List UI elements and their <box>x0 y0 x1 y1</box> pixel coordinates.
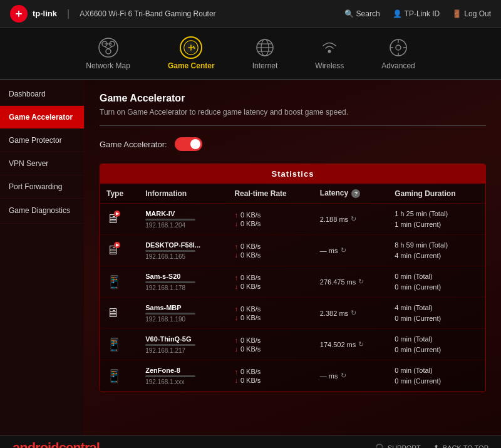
support-icon: 🎧 <box>375 444 384 448</box>
nav-network-map[interactable]: Network Map <box>67 33 149 74</box>
duration-current: 0 min (Current) <box>395 282 479 293</box>
duration-total: 0 min (Total) <box>395 271 479 282</box>
sidebar-item-vpn-server[interactable]: VPN Server <box>0 152 84 175</box>
device-type-icon: 📱 <box>106 337 122 352</box>
svg-line-6 <box>108 46 112 49</box>
nav-internet-label: Internet <box>252 61 278 70</box>
page-description: Turn on Game Accelerator to reduce game … <box>100 108 486 126</box>
ip-bar <box>145 219 195 221</box>
device-ip: 192.168.1.xxx <box>145 378 222 385</box>
cell-duration: 4 min (Total)0 min (Current) <box>388 298 485 329</box>
nav-internet[interactable]: Internet <box>234 33 297 74</box>
search-label: Search <box>356 9 380 18</box>
statistics-table: Type Information Real-time Rate Latency … <box>100 184 485 392</box>
latency-value: — ms↻ <box>320 372 382 380</box>
svg-line-5 <box>105 46 108 49</box>
refresh-icon[interactable]: ↻ <box>351 215 356 223</box>
duration-current: 1 min (Current) <box>395 219 479 230</box>
logout-label: Log Out <box>464 9 491 18</box>
cell-rate: ↑ 0 KB/s↓ 0 KB/s <box>228 360 313 392</box>
table-row: 🖥▶MARK-IV192.168.1.204↑ 0 KB/s↓ 0 KB/s2.… <box>100 204 485 235</box>
cell-rate: ↑ 0 KB/s↓ 0 KB/s <box>228 329 313 360</box>
cell-rate: ↑ 0 KB/s↓ 0 KB/s <box>228 298 313 329</box>
rate-upload: ↑ 0 KB/s <box>234 274 307 281</box>
rate-upload: ↑ 0 KB/s <box>234 305 307 313</box>
sidebar-item-game-diagnostics[interactable]: Game Diagnostics <box>0 199 84 224</box>
main-layout: Dashboard Game Accelerator Game Protecto… <box>0 80 501 435</box>
col-information: Information <box>139 184 228 204</box>
brand-text: androidcentral <box>13 440 100 449</box>
sidebar-item-game-accelerator[interactable]: Game Accelerator <box>0 106 84 129</box>
device-ip: 192.168.1.217 <box>145 347 222 354</box>
footer: androidcentral 🎧 SUPPORT ⬆ BACK TO TOP <box>0 435 501 448</box>
nav-advanced-label: Advanced <box>381 61 415 70</box>
cell-duration: 1 h 25 min (Total)1 min (Current) <box>388 204 485 235</box>
sidebar-item-dashboard[interactable]: Dashboard <box>0 83 84 106</box>
logo-divider: | <box>67 8 70 19</box>
svg-point-17 <box>328 50 331 53</box>
latency-value: — ms↻ <box>320 246 382 254</box>
rate-upload: ↑ 0 KB/s <box>234 368 307 375</box>
nav-advanced[interactable]: Advanced <box>363 33 433 74</box>
device-icon-wrap: 🖥 <box>106 306 119 320</box>
ip-bar <box>145 281 195 283</box>
router-model: AX6600 Wi-Fi 6 Tri-Band Gaming Router <box>80 9 215 18</box>
accelerator-toggle-row: Game Accelerator: <box>100 137 486 151</box>
main-nav: Network Map Game Center Internet <box>0 28 501 80</box>
cell-info: V60-ThinQ-5G192.168.1.217 <box>139 329 228 360</box>
duration-total: 4 min (Total) <box>395 303 479 313</box>
wireless-icon <box>318 36 341 59</box>
svg-point-4 <box>106 49 111 54</box>
support-button[interactable]: 🎧 SUPPORT <box>375 444 421 448</box>
cell-latency: 2.382 ms↻ <box>314 298 388 329</box>
cell-latency: 174.502 ms↻ <box>314 329 388 360</box>
ip-bar <box>145 375 195 377</box>
svg-point-19 <box>396 45 401 50</box>
nav-wireless[interactable]: Wireless <box>296 33 363 74</box>
cell-type: 🖥▶ <box>100 204 139 235</box>
refresh-icon[interactable]: ↻ <box>351 309 356 317</box>
refresh-icon[interactable]: ↻ <box>341 246 346 254</box>
tplink-logo-icon <box>10 5 28 23</box>
accelerator-toggle[interactable] <box>175 137 202 151</box>
device-icon-wrap: 📱 <box>106 368 122 383</box>
device-ip: 192.168.1.178 <box>145 284 222 291</box>
search-icon: 🔍 <box>344 9 354 18</box>
accelerator-label: Game Accelerator: <box>100 140 167 149</box>
device-ip: 192.168.1.190 <box>145 316 222 323</box>
cell-type: 🖥 <box>100 298 139 329</box>
gaming-badge: ▶ <box>114 211 120 217</box>
cell-type: 🖥▶ <box>100 235 139 266</box>
search-button[interactable]: 🔍 Search <box>344 9 380 18</box>
sidebar-item-game-protector[interactable]: Game Protector <box>0 129 84 152</box>
duration-current: 0 min (Current) <box>395 345 479 355</box>
device-type-icon: 📱 <box>106 274 122 289</box>
table-header-row: Type Information Real-time Rate Latency … <box>100 184 485 204</box>
logout-button[interactable]: 🚪 Log Out <box>452 9 491 18</box>
device-name: Sams-MBP <box>145 304 222 311</box>
latency-value: 2.382 ms↻ <box>320 309 382 317</box>
content-area: Game Accelerator Turn on Game Accelerato… <box>85 80 501 435</box>
device-ip: 192.168.1.165 <box>145 253 222 260</box>
tplink-id-label: TP-Link ID <box>405 9 440 18</box>
latency-help-icon[interactable]: ? <box>351 189 360 198</box>
rate-upload: ↑ 0 KB/s <box>234 242 307 250</box>
ip-bar <box>145 313 195 315</box>
refresh-icon[interactable]: ↻ <box>341 372 346 380</box>
sidebar-item-port-forwarding[interactable]: Port Forwarding <box>0 175 84 199</box>
device-name: MARK-IV <box>145 210 222 217</box>
latency-value: 2.188 ms↻ <box>320 215 382 223</box>
back-to-top-button[interactable]: ⬆ BACK TO TOP <box>433 444 488 448</box>
statistics-header: Statistics <box>100 164 485 184</box>
network-map-icon <box>97 36 120 59</box>
device-icon-wrap: 📱 <box>106 274 122 289</box>
device-name: ZenFone-8 <box>145 367 222 374</box>
cell-rate: ↑ 0 KB/s↓ 0 KB/s <box>228 235 313 266</box>
refresh-icon[interactable]: ↻ <box>358 340 364 348</box>
tplink-id-button[interactable]: 👤 TP-Link ID <box>393 9 440 18</box>
col-realtime-rate: Real-time Rate <box>228 184 313 204</box>
nav-game-center[interactable]: Game Center <box>149 33 234 74</box>
device-ip: 192.168.1.204 <box>145 222 222 229</box>
cell-duration: 0 min (Total)0 min (Current) <box>388 360 485 392</box>
refresh-icon[interactable]: ↻ <box>358 278 364 286</box>
